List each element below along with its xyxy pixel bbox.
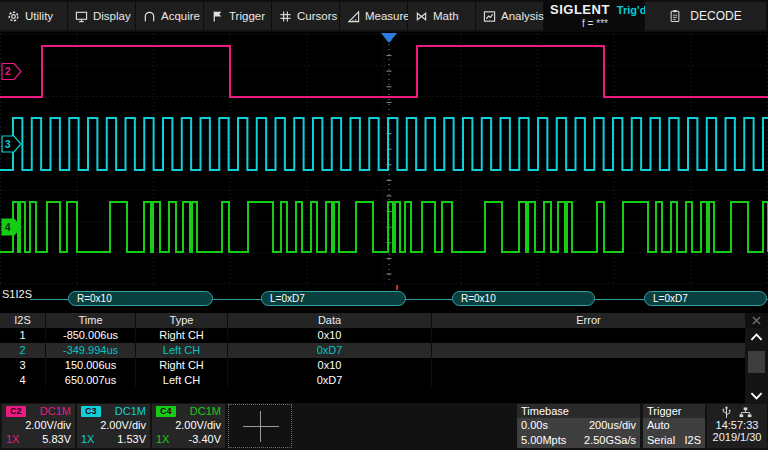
trigger-box[interactable]: Trigger Auto Serial I2S [643, 404, 705, 448]
decode-bubble: L=0xD7 [644, 291, 767, 306]
menu-item-trigger[interactable]: Trigger [204, 2, 271, 30]
cell-error [431, 328, 745, 343]
brand-logo: SIGLENT [550, 2, 610, 17]
trigger-title: Trigger [643, 404, 705, 418]
cell-error [431, 343, 745, 358]
channel-offset: 5.83V [42, 433, 71, 445]
channel-badge: C4 [156, 406, 176, 417]
cell-index: 4 [0, 373, 45, 388]
column-header: Type [135, 313, 227, 328]
decode-list-table: I2S Time Type Data Error 1 -850.006us Ri… [0, 313, 768, 403]
scroll-up-button[interactable] [745, 330, 768, 344]
frequency-counter: f = *** [550, 18, 640, 29]
channel-badge: C3 [81, 406, 101, 417]
menu-bar: Utility Display Acquire Trigger Cursors … [0, 0, 768, 32]
table-row-selected[interactable]: 2 -349.994us Left CH 0xD7 [0, 343, 768, 358]
menu-item-cursors[interactable]: Cursors [272, 2, 339, 30]
cell-data: 0xD7 [227, 343, 431, 358]
cell-error [431, 373, 745, 388]
column-header: Error [431, 313, 745, 328]
svg-text:4: 4 [5, 222, 11, 233]
cell-type: Right CH [135, 328, 227, 343]
menu-item-math[interactable]: Math [408, 2, 475, 30]
table-scrollbar[interactable] [745, 328, 768, 403]
math-icon [415, 10, 428, 23]
menu-item-analysis[interactable]: Analysis [476, 2, 543, 30]
cell-index: 2 [0, 343, 45, 358]
channel-box-c2[interactable]: C2 DC1M 2.00V/div 1X 5.83V [2, 404, 75, 448]
timebase-delay: 0.00s [521, 418, 548, 433]
cell-time: -850.006us [45, 328, 135, 343]
channel-scale: 2.00V/div [25, 419, 71, 431]
trigger-bus: I2S [684, 433, 701, 448]
menu-label: Acquire [161, 10, 200, 22]
decode-button[interactable]: DECODE [645, 2, 766, 30]
menu-label: Utility [25, 10, 53, 22]
menu-item-measure[interactable]: Measure [340, 2, 407, 30]
channel-box-c3[interactable]: C3 DC1M 2.00V/div 1X 1.53V [77, 404, 150, 448]
table-row[interactable]: 1 -850.006us Right CH 0x10 [0, 328, 768, 343]
channel-scale: 2.00V/div [100, 419, 146, 431]
table-row[interactable]: 3 150.006us Right CH 0x10 [0, 358, 768, 373]
cell-data: 0x10 [227, 358, 431, 373]
trigger-status-label: Trig'd [617, 4, 647, 16]
decode-button-label: DECODE [690, 9, 741, 23]
status-bar: C2 DC1M 2.00V/div 1X 5.83V C3 DC1M 2.00V… [0, 403, 768, 450]
menu-item-utility[interactable]: Utility [0, 2, 67, 30]
menu-label: Display [93, 10, 131, 22]
cell-time: 650.007us [45, 373, 135, 388]
channel-offset: 1.53V [117, 433, 146, 445]
channel-coupling: DC1M [40, 405, 71, 417]
scroll-down-button[interactable] [745, 389, 768, 403]
trigger-mode: Auto [647, 418, 670, 433]
cell-index: 1 [0, 328, 45, 343]
cell-type: Left CH [135, 373, 227, 388]
measure-icon [347, 10, 360, 23]
flag-icon [211, 10, 224, 23]
oscilloscope-screen: Utility Display Acquire Trigger Cursors … [0, 0, 768, 450]
decode-trigger-tick [396, 285, 398, 290]
channel-offset: -3.40V [189, 433, 221, 445]
decode-bubble: R=0x10 [68, 291, 213, 306]
timebase-scale: 200us/div [589, 418, 636, 433]
time-display: 14:57:33 [707, 419, 767, 431]
date-display: 2019/1/30 [707, 431, 767, 443]
column-header: Time [45, 313, 135, 328]
column-header: I2S [0, 313, 45, 328]
menu-item-display[interactable]: Display [68, 2, 135, 30]
table-header-row: I2S Time Type Data Error [0, 313, 768, 328]
menu-label: Measure [365, 10, 410, 22]
display-icon [75, 10, 88, 23]
menu-label: Cursors [297, 10, 337, 22]
timebase-samplerate: 2.50GSa/s [584, 433, 636, 448]
timebase-box[interactable]: Timebase 0.00s 200us/div 5.00Mpts 2.50GS… [517, 404, 640, 448]
cell-time: -349.994us [45, 343, 135, 358]
decode-bus-label: S1I2S [2, 288, 32, 300]
channel-box-c4[interactable]: C4 DC1M 2.00V/div 1X -3.40V [152, 404, 225, 448]
svg-text:3: 3 [5, 139, 11, 150]
decode-bus-row: S1I2S R=0x10 L=0xD7 R=0x10 L=0xD7 [0, 285, 768, 313]
chevron-down-icon [750, 392, 763, 400]
channel-attenuation: 1X [81, 433, 94, 445]
channel-badge: C2 [6, 406, 26, 417]
waveform-plot: 234 [0, 32, 768, 285]
acquire-icon [143, 10, 156, 23]
add-channel-slot[interactable] [228, 404, 292, 448]
cell-type: Right CH [135, 358, 227, 373]
cell-time: 150.006us [45, 358, 135, 373]
decode-bubble: R=0x10 [452, 291, 595, 306]
close-icon [752, 316, 761, 325]
scrollbar-thumb[interactable] [748, 351, 765, 373]
menu-label: Math [433, 10, 459, 22]
chevron-up-icon [750, 333, 763, 341]
table-close-button[interactable] [745, 313, 768, 328]
table-row[interactable]: 4 650.007us Left CH 0xD7 [0, 373, 768, 388]
cell-type: Left CH [135, 343, 227, 358]
lan-icon [739, 407, 752, 418]
channel-coupling: DC1M [190, 405, 221, 417]
logo-status-block: SIGLENT Trig'd f = *** [544, 0, 644, 32]
trigger-type: Serial [647, 433, 675, 448]
waveform-display[interactable]: 234 [0, 32, 768, 285]
menu-item-acquire[interactable]: Acquire [136, 2, 203, 30]
gear-icon [7, 10, 20, 23]
